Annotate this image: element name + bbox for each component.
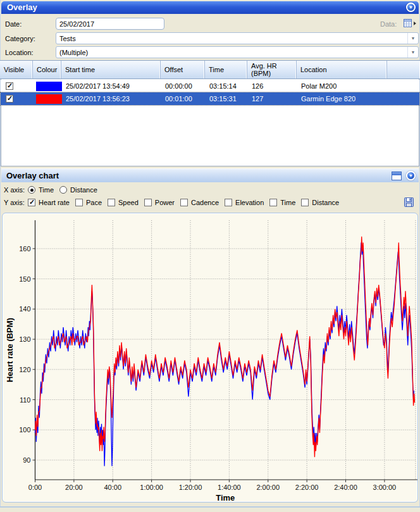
save-floppy-icon [404, 197, 414, 208]
y-option-distance[interactable]: Distance [301, 199, 339, 206]
overlay-collapse-button[interactable]: ▼ [406, 3, 416, 12]
overlay-chart-plot[interactable]: 901001101201301401501600:0020:0040:001:0… [3, 213, 417, 502]
y-axis-title: Heart rate (BPM) [5, 318, 15, 382]
y-tick-label: 100 [19, 426, 30, 434]
location-dropdown-arrow-icon[interactable]: ▼ [407, 47, 418, 58]
y-option-heart-rate-label: Heart rate [39, 199, 70, 206]
column-header-location[interactable]: Location [297, 61, 387, 78]
category-dropdown-arrow-icon[interactable]: ▼ [407, 33, 418, 44]
x-option-distance-label: Distance [70, 186, 97, 194]
table-row[interactable]: 25/02/2017 13:54:49 00:00:00 03:15:14 12… [1, 80, 419, 92]
x-tick-label: 40:00 [104, 484, 121, 491]
x-tick-label: 2:00:00 [256, 484, 280, 491]
x-tick-label: 2:20:00 [295, 484, 319, 491]
y-tick-label: 140 [19, 305, 30, 313]
y-option-distance-label: Distance [312, 199, 339, 206]
column-header-start-time[interactable]: Start time [61, 61, 161, 78]
y-option-cadence-label: Cadence [191, 199, 219, 206]
x-tick-label: 3:00:00 [373, 484, 397, 491]
x-tick-label: 2:40:00 [334, 484, 357, 491]
date-label: Date: [5, 20, 22, 28]
window-icon [392, 172, 401, 175]
column-header-colour[interactable]: Colour [33, 61, 61, 78]
row-location: Garmin Edge 820 [297, 92, 388, 105]
location-label: Location: [5, 49, 34, 56]
x-option-distance[interactable]: Distance [59, 186, 97, 194]
y-option-pace-label: Pace [86, 199, 102, 206]
checkbox-icon[interactable] [28, 199, 35, 206]
row-time: 03:15:14 [206, 80, 248, 92]
checkbox-icon[interactable] [180, 199, 188, 206]
column-header-avg-hr[interactable]: Avg. HR (BPM) [247, 61, 297, 78]
overlay-panel-title: Overlay [7, 3, 37, 12]
category-label: Category: [5, 35, 35, 42]
y-option-elevation[interactable]: Elevation [225, 199, 264, 206]
radio-icon[interactable] [28, 186, 35, 194]
column-header-time[interactable]: Time [205, 61, 247, 78]
checkbox-icon[interactable] [269, 199, 277, 206]
table-row[interactable]: 25/02/2017 13:56:23 00:01:00 03:15:31 12… [1, 92, 419, 105]
row-avg-hr: 127 [248, 92, 297, 105]
column-header-visible[interactable]: Visible [0, 61, 33, 78]
row-location: Polar M200 [297, 80, 388, 92]
row-colour-swatch[interactable] [36, 82, 62, 91]
checkbox-icon[interactable] [301, 199, 309, 206]
y-axis-label: Y axis: [4, 199, 28, 206]
y-tick-label: 120 [19, 366, 30, 373]
y-tick-label: 90 [23, 456, 30, 464]
x-tick-label: 1:00:00 [140, 484, 163, 491]
data-label: Data: [380, 20, 397, 28]
checkbox-icon[interactable] [144, 199, 152, 206]
overlay-chart-titlebar: Overlay chart ▼ [1, 168, 419, 182]
series-line-polar-m200 [35, 242, 414, 466]
y-option-power[interactable]: Power [144, 199, 175, 206]
row-start-time: 25/02/2017 13:54:49 [62, 80, 161, 92]
chart-collapse-button[interactable]: ▼ [406, 171, 416, 180]
date-input[interactable] [56, 18, 164, 30]
y-tick-label: 130 [19, 335, 30, 343]
y-option-power-label: Power [155, 199, 175, 206]
location-value: (Multiple) [56, 49, 407, 56]
overlay-panel-titlebar: Overlay ▼ [1, 1, 419, 14]
x-axis-label: X axis: [4, 186, 28, 194]
row-colour-swatch[interactable] [36, 94, 62, 104]
column-header-offset[interactable]: Offset [161, 61, 205, 78]
x-tick-label: 1:40:00 [218, 484, 241, 491]
data-grid-icon [403, 18, 413, 28]
overlay-chart-title: Overlay chart [6, 171, 59, 180]
chevron-down-icon: ▼ [409, 5, 413, 9]
checkbox-icon[interactable] [108, 199, 115, 206]
checkbox-icon[interactable] [75, 199, 83, 206]
row-offset: 00:01:00 [161, 92, 206, 105]
row-offset: 00:00:00 [161, 80, 206, 92]
data-button[interactable] [403, 18, 418, 28]
chevron-down-icon: ▼ [409, 173, 413, 178]
overlay-chart-area[interactable]: 901001101201301401501600:0020:0040:001:0… [2, 213, 418, 503]
y-option-heart-rate[interactable]: Heart rate [28, 199, 70, 206]
series-line-garmin-edge-820 [35, 237, 415, 457]
y-tick-label: 150 [19, 275, 30, 283]
checkbox-icon[interactable] [225, 199, 232, 206]
x-option-time[interactable]: Time [28, 186, 54, 194]
data-expand-arrow-icon [413, 21, 417, 26]
y-option-speed[interactable]: Speed [108, 199, 139, 206]
row-visible-checkbox[interactable] [6, 82, 13, 90]
y-option-elevation-label: Elevation [235, 199, 264, 206]
y-tick-label: 110 [20, 396, 31, 404]
y-option-time[interactable]: Time [269, 199, 295, 206]
x-option-time-label: Time [39, 186, 54, 194]
y-option-time-label: Time [280, 199, 295, 206]
x-axis-title: Time [216, 493, 235, 502]
row-visible-checkbox[interactable] [6, 95, 13, 103]
y-tick-label: 160 [19, 245, 30, 253]
radio-icon[interactable] [59, 186, 67, 194]
category-combobox[interactable]: Tests ▼ [56, 32, 419, 44]
window-frame-bottom [0, 506, 420, 508]
y-option-pace[interactable]: Pace [75, 199, 102, 206]
activities-table-header: Visible Colour Start time Offset Time Av… [0, 60, 420, 79]
location-combobox[interactable]: (Multiple) ▼ [56, 46, 419, 58]
y-option-cadence[interactable]: Cadence [180, 199, 219, 206]
popout-window-button[interactable] [392, 172, 402, 180]
x-tick-label: 1:20:00 [179, 484, 202, 491]
save-chart-button[interactable] [404, 197, 414, 208]
